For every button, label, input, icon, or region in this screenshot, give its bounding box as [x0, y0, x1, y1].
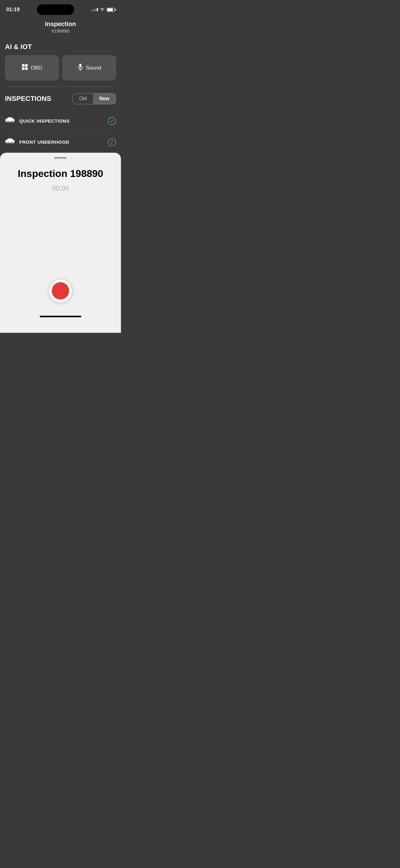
main-content: AI & IOT OBD Sound [0, 43, 121, 153]
svg-point-14 [11, 143, 12, 144]
status-bar: 01:19 [0, 0, 121, 18]
svg-point-13 [7, 143, 8, 144]
battery-icon [107, 8, 115, 12]
quick-inspection-name: QUICK INSPECTIONS [19, 118, 104, 124]
record-button-container [48, 278, 73, 313]
obd-label: OBD [31, 65, 42, 71]
record-button-inner [52, 282, 69, 300]
svg-point-10 [11, 121, 12, 122]
dynamic-island [37, 4, 74, 15]
page-title: Inspection [6, 21, 115, 28]
sheet-timer: 00.00 [52, 184, 69, 192]
page-header: Inspection #198890 [0, 18, 121, 40]
svg-rect-2 [22, 67, 25, 70]
microphone-icon [77, 64, 84, 72]
ai-iot-label: AI & IOT [5, 43, 116, 51]
inspection-item-quick[interactable]: QUICK INSPECTIONS [5, 111, 116, 132]
svg-point-9 [7, 121, 8, 122]
inspections-header: INSPECTIONS Old New [5, 93, 116, 104]
inspection-item-front[interactable]: FRONT UNDERHOOD [5, 132, 116, 153]
quick-inspection-check [108, 117, 116, 125]
sound-label: Sound [86, 65, 101, 71]
status-icons [91, 7, 115, 12]
old-toggle-button[interactable]: Old [73, 93, 93, 104]
ai-iot-grid: OBD Sound [5, 55, 116, 81]
status-time: 01:19 [6, 6, 20, 13]
obd-icon [22, 64, 28, 72]
svg-rect-4 [79, 64, 81, 67]
front-underhood-check [108, 138, 116, 146]
svg-rect-1 [25, 64, 28, 67]
front-underhood-name: FRONT UNDERHOOD [19, 140, 104, 145]
old-new-toggle[interactable]: Old New [72, 93, 116, 104]
record-button[interactable] [48, 278, 73, 303]
bottom-sheet: Inspection 198890 00.00 [0, 153, 121, 333]
section-divider [5, 87, 116, 87]
sheet-handle[interactable] [54, 157, 67, 159]
svg-rect-0 [22, 64, 25, 67]
signal-icon [91, 8, 98, 11]
wifi-icon [100, 7, 105, 12]
car-icon-quick [5, 116, 15, 126]
sheet-title: Inspection 198890 [18, 168, 103, 180]
inspection-number: #198890 [6, 28, 115, 34]
obd-card[interactable]: OBD [5, 55, 59, 81]
home-indicator [40, 316, 81, 317]
car-icon-front [5, 137, 15, 147]
new-toggle-button[interactable]: New [93, 93, 116, 104]
sound-card[interactable]: Sound [62, 55, 116, 81]
inspections-label: INSPECTIONS [5, 95, 51, 103]
svg-rect-3 [25, 67, 28, 70]
